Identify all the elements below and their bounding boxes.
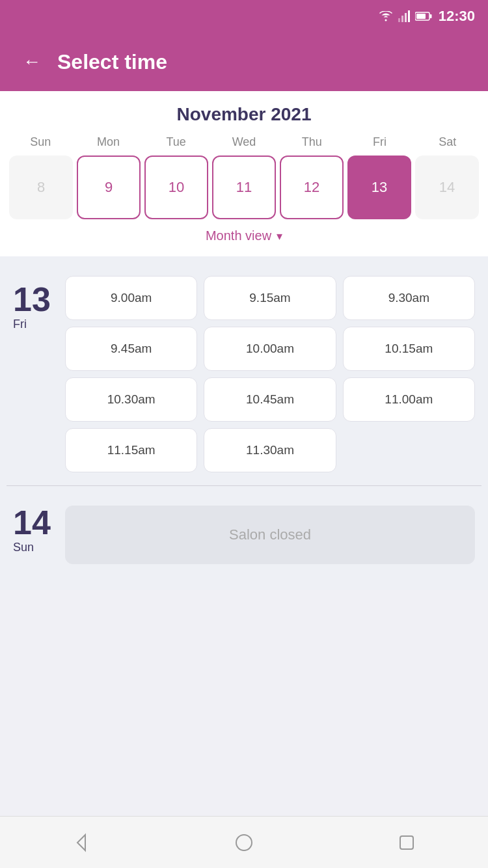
calendar-section: November 2021 Sun Mon Tue Wed Thu Fri Sa… (0, 91, 488, 256)
day-number-col-13: 13 Fri (13, 276, 65, 472)
nav-home-icon (234, 832, 254, 853)
salon-closed-block: Salon closed (65, 506, 475, 564)
time-section: 13 Fri 9.00am9.15am9.30am9.45am10.00am10… (0, 256, 488, 590)
signal-icon (398, 10, 410, 22)
time-slot-1130am[interactable]: 11.30am (204, 428, 336, 472)
page-title: Select time (57, 50, 167, 74)
svg-point-8 (236, 835, 252, 850)
status-time: 12:30 (439, 8, 475, 25)
weekday-sat: Sat (414, 135, 481, 149)
salon-closed-text: Salon closed (229, 526, 311, 543)
svg-rect-5 (429, 14, 431, 18)
day-block-14: 14 Sun Salon closed (0, 486, 488, 577)
weekday-tue: Tue (142, 135, 210, 149)
time-slot-1045am[interactable]: 10.45am (204, 377, 336, 422)
calendar-week-row: 891011121314 (7, 156, 481, 219)
slots-wrapper-13: 9.00am9.15am9.30am9.45am10.00am10.15am10… (65, 276, 475, 472)
status-icons (379, 10, 432, 22)
time-slot-900am[interactable]: 9.00am (65, 276, 197, 320)
nav-recent-icon (396, 832, 417, 853)
time-slot-915am[interactable]: 9.15am (204, 276, 336, 320)
time-slots-grid-13: 9.00am9.15am9.30am9.45am10.00am10.15am10… (65, 276, 475, 472)
cal-day-13[interactable]: 13 (347, 156, 411, 219)
time-slot-1015am[interactable]: 10.15am (343, 327, 475, 371)
month-year-label: November 2021 (7, 104, 481, 125)
cal-day-9[interactable]: 9 (77, 156, 141, 219)
weekday-row: Sun Mon Tue Wed Thu Fri Sat (7, 135, 481, 149)
cal-day-12[interactable]: 12 (280, 156, 344, 219)
status-bar: 12:30 (0, 0, 488, 33)
time-slot-945am[interactable]: 9.45am (65, 327, 197, 371)
day-block-body-13: 13 Fri 9.00am9.15am9.30am9.45am10.00am10… (13, 276, 475, 472)
svg-rect-6 (416, 14, 426, 19)
day-big-number-14: 14 (13, 506, 51, 539)
weekday-thu: Thu (278, 135, 346, 149)
cal-day-10[interactable]: 10 (144, 156, 208, 219)
day-block-13: 13 Fri 9.00am9.15am9.30am9.45am10.00am10… (0, 263, 488, 485)
time-slot-930am[interactable]: 9.30am (343, 276, 475, 320)
back-button[interactable]: ← (20, 48, 44, 75)
time-slot-1100am[interactable]: 11.00am (343, 377, 475, 422)
cal-day-14: 14 (415, 156, 479, 219)
chevron-down-icon: ▾ (277, 229, 282, 243)
day-name-14: Sun (13, 541, 34, 554)
day-name-13: Fri (13, 318, 27, 331)
svg-rect-3 (408, 10, 410, 22)
cal-day-8: 8 (9, 156, 73, 219)
cal-day-11[interactable]: 11 (212, 156, 276, 219)
svg-marker-7 (77, 835, 85, 850)
weekday-mon: Mon (74, 135, 142, 149)
svg-rect-9 (400, 836, 413, 849)
nav-recent-button[interactable] (396, 832, 417, 853)
svg-rect-0 (398, 18, 400, 22)
back-arrow-icon: ← (23, 51, 41, 72)
weekday-sun: Sun (7, 135, 74, 149)
day-big-number-13: 13 (13, 282, 51, 316)
day-number-col-14: 14 Sun (13, 499, 65, 564)
time-slot-1000am[interactable]: 10.00am (204, 327, 336, 371)
app-header: ← Select time (0, 33, 488, 91)
month-view-toggle[interactable]: Month view ▾ (7, 219, 481, 250)
day-block-body-14: 14 Sun Salon closed (13, 499, 475, 564)
svg-rect-1 (401, 16, 403, 22)
time-slot-1030am[interactable]: 10.30am (65, 377, 197, 422)
weekday-fri: Fri (346, 135, 413, 149)
time-slot-1115am[interactable]: 11.15am (65, 428, 197, 472)
nav-back-icon (71, 832, 92, 853)
month-view-label: Month view (206, 228, 271, 243)
wifi-icon (379, 11, 393, 21)
nav-bar (0, 816, 488, 868)
svg-rect-2 (405, 13, 407, 22)
weekday-wed: Wed (210, 135, 278, 149)
nav-back-button[interactable] (71, 832, 92, 853)
nav-home-button[interactable] (234, 832, 254, 853)
battery-icon (415, 12, 432, 21)
